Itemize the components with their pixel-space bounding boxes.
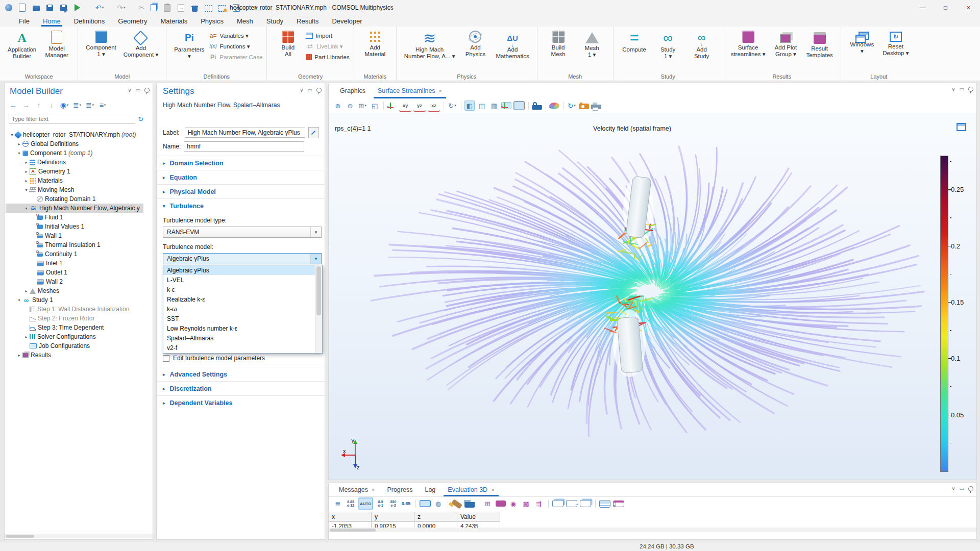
add-table-icon[interactable]: ⊞ ▾: [483, 498, 493, 509]
application-builder-button[interactable]: ApplicationBuilder: [4, 29, 40, 62]
tree-filter-input[interactable]: [9, 114, 135, 124]
surface-streamlines-button[interactable]: Surfacestreamlines ▾: [727, 29, 769, 61]
tree-item[interactable]: ▸ Solver Configurations: [6, 332, 152, 341]
go-back-icon[interactable]: ← ▾: [9, 101, 18, 110]
tree-item[interactable]: Inlet 1: [6, 259, 152, 268]
copy-table-icon[interactable]: ▾: [552, 500, 564, 507]
run-icon[interactable]: ▾: [73, 2, 82, 13]
tree-item[interactable]: Thermal Insulation 1: [6, 240, 152, 249]
panel-float-icon[interactable]: ▭: [960, 486, 964, 491]
study-1-button[interactable]: Study1 ▾: [651, 29, 685, 62]
save-as-icon[interactable]: ▾: [59, 2, 68, 13]
tree-horizontal-scrollbar[interactable]: [5, 534, 153, 538]
add-component-button[interactable]: AddComponent ▾: [120, 29, 162, 60]
panel-menu-icon[interactable]: ∨: [951, 86, 955, 92]
plot-window-icon[interactable]: [957, 123, 966, 131]
tree-item[interactable]: Continuity 1: [6, 249, 152, 259]
full-table-icon[interactable]: ◍ ▾: [433, 498, 444, 509]
label-input[interactable]: High Mach Number Flow, Algebraic yPlus: [185, 128, 305, 138]
menu-developer[interactable]: Developer: [325, 15, 369, 27]
copy-selection-icon[interactable]: ▾: [580, 500, 591, 507]
environment-icon[interactable]: ◫ ▾: [477, 101, 487, 111]
tree-item[interactable]: ▸ Geometry 1: [6, 167, 152, 176]
tree-item[interactable]: ▾ Study 1: [6, 295, 152, 305]
add-physics-button[interactable]: AddPhysics: [458, 29, 492, 62]
tree-item[interactable]: ▸ Meshes: [6, 286, 152, 295]
lock-axes-icon[interactable]: ▾: [532, 105, 542, 110]
redo-icon[interactable]: ↷ ▾: [108, 2, 125, 13]
minimize-button[interactable]: —: [911, 0, 934, 15]
view-xz-icon[interactable]: xz ▾: [428, 99, 440, 112]
tree-item[interactable]: ▾ High Mach Number Flow, Algebraic y: [6, 204, 152, 213]
delete-icon[interactable]: ▾: [190, 2, 200, 13]
panel-pin-icon[interactable]: [968, 486, 973, 491]
zoom-in-icon[interactable]: ⊕ ▾: [333, 101, 343, 111]
add-plot-group-button[interactable]: Add PlotGroup ▾: [769, 29, 802, 61]
tab-surface-streamlines[interactable]: Surface Streamlines×: [372, 83, 448, 98]
dropdown-option[interactable]: SST: [163, 314, 322, 323]
panel-float-icon[interactable]: ▭: [308, 87, 312, 93]
filter-refresh-icon[interactable]: ↻: [138, 115, 143, 123]
close-tab-icon[interactable]: ×: [372, 487, 375, 493]
edit-turbulence-parameters-checkbox[interactable]: [163, 355, 169, 362]
section-discretization[interactable]: ▸Discretization: [157, 381, 325, 395]
parameter-case-button[interactable]: Parameter Case: [209, 53, 263, 61]
update-plot-icon[interactable]: ↻ ▾: [567, 101, 577, 111]
table-header-cell[interactable]: x: [329, 512, 372, 522]
dropdown-option[interactable]: v2-f: [163, 343, 322, 353]
expand-all-icon[interactable]: ≣ ▾: [72, 101, 82, 110]
decimal-notation-icon[interactable]: 0.85 ▾: [401, 498, 411, 509]
menu-materials[interactable]: Materials: [154, 15, 194, 27]
section-advanced-settings[interactable]: ▸Advanced Settings: [157, 367, 325, 381]
scene-light-icon[interactable]: ▾: [549, 103, 559, 109]
tab-messages[interactable]: Messages×: [333, 483, 381, 496]
part-libraries-button[interactable]: Part Libraries: [306, 53, 349, 61]
print-icon[interactable]: ▾: [591, 105, 601, 109]
section-domain-selection[interactable]: ▸Domain Selection: [157, 156, 325, 170]
default-view-icon[interactable]: ▾: [387, 102, 397, 109]
show-icon[interactable]: ◉ ▾: [60, 101, 69, 110]
collapse-all-icon[interactable]: ≣ ▾: [85, 101, 94, 110]
functions-button[interactable]: Functions ▾: [209, 42, 263, 51]
panel-menu-icon[interactable]: ∨: [951, 486, 955, 491]
add-material-button[interactable]: AddMaterial: [358, 29, 392, 60]
tab-progress[interactable]: Progress: [381, 483, 419, 496]
dropdown-option[interactable]: k-ω: [163, 304, 322, 314]
export-table-icon[interactable]: ▾: [566, 500, 577, 507]
menu-mesh[interactable]: Mesh: [230, 15, 260, 27]
component-1-button[interactable]: Component1 ▾: [82, 29, 119, 60]
panel-menu-icon[interactable]: ∨: [300, 87, 303, 93]
tree-item[interactable]: Initial Values 1: [6, 222, 152, 231]
section-physical-model[interactable]: ▸Physical Model: [157, 184, 325, 198]
add-study-button[interactable]: AddStudy: [685, 29, 719, 62]
plot-area[interactable]: rps_c(4)=1 1 Velocity field (spatial fra…: [329, 113, 976, 480]
menu-file[interactable]: File: [12, 15, 36, 27]
wireframe-icon[interactable]: ▦ ▾: [489, 101, 499, 111]
add-mathematics-button[interactable]: AddMathematics: [492, 29, 532, 62]
tab-evaluation-3d[interactable]: Evaluation 3D×: [442, 483, 500, 496]
parameters-button[interactable]: Parameters▾: [170, 29, 208, 62]
go-forward-icon[interactable]: → ▾: [21, 101, 31, 110]
dropdown-option[interactable]: L-VEL: [163, 275, 322, 285]
livelink-button[interactable]: LiveLink ▾: [306, 42, 349, 51]
comsol-logo[interactable]: ▾: [4, 2, 13, 13]
engineering-notation-icon[interactable]: 850 e-3 ▾: [388, 498, 399, 509]
menu-geometry[interactable]: Geometry: [111, 15, 154, 27]
table-icon[interactable]: ▾: [420, 500, 431, 507]
panel-float-icon[interactable]: ▭: [960, 86, 964, 92]
close-tab-icon[interactable]: ×: [491, 487, 494, 493]
snapshot-icon[interactable]: ▾: [579, 104, 589, 109]
copy-icon[interactable]: ▾: [149, 2, 158, 13]
section-turbulence[interactable]: ▾Turbulence: [157, 198, 325, 213]
display-precision-icon[interactable]: 8.85 e-12 ▾: [346, 498, 356, 509]
windows-button[interactable]: Windows▾: [845, 29, 879, 59]
panel-pin-icon[interactable]: [316, 88, 322, 93]
clear-table-icon[interactable]: ▾: [451, 499, 462, 509]
duplicate-icon[interactable]: ▾: [177, 2, 186, 13]
tree-item[interactable]: Fluid 1: [6, 213, 152, 222]
import-button[interactable]: Import: [306, 31, 349, 40]
section-equation[interactable]: ▸Equation: [157, 170, 325, 184]
panel-pin-icon[interactable]: [968, 87, 973, 92]
turbulence-model-type-select[interactable]: RANS-EVM▼: [163, 227, 322, 238]
undo-icon[interactable]: ↶ ▾: [87, 2, 104, 13]
